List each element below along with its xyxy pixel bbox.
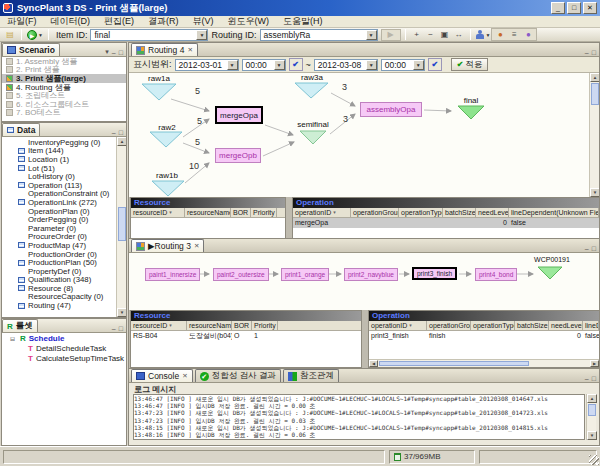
item-node-raw3a[interactable] <box>294 82 329 99</box>
ruleset-minimize-icon[interactable]: – <box>112 325 116 332</box>
node-label-wcp[interactable]: WCP00191 <box>531 256 573 263</box>
tree-item[interactable]: OrderPegging (0) <box>2 215 116 224</box>
menu-window[interactable]: 윈도우(W) <box>221 15 277 28</box>
scroll-thumb[interactable] <box>379 361 529 366</box>
tree-item[interactable]: ProductionPlan (50) <box>2 258 116 267</box>
tree-item[interactable]: OperationLink (272) <box>2 198 116 207</box>
tree-item[interactable]: Item (144) <box>2 147 116 156</box>
column-header[interactable]: needLevel <box>549 321 583 330</box>
operation-node-mergeOpb[interactable]: mergeOpb <box>215 148 261 163</box>
column-header[interactable]: operationType <box>471 321 515 330</box>
menu-help[interactable]: 도움말(H) <box>276 15 330 28</box>
routing4-minimize-icon[interactable]: – <box>585 49 589 56</box>
tab-routing3[interactable]: ▶Routing 3 ✕ <box>131 239 204 252</box>
scenario-menu-icon[interactable]: ▾ <box>105 48 109 56</box>
column-header[interactable]: Priority <box>252 321 278 330</box>
column-header[interactable]: operationType <box>399 208 443 217</box>
tree-item[interactable]: Routing (47) <box>2 301 116 310</box>
column-header[interactable]: resourceName <box>185 208 231 217</box>
scroll-down-icon[interactable]: ▼ <box>590 188 599 197</box>
console-close-icon[interactable]: ✕ <box>182 372 187 380</box>
data-minimize-icon[interactable]: – <box>112 129 116 136</box>
console-maximize-icon[interactable]: □ <box>592 375 596 382</box>
menu-result[interactable]: 결과(R) <box>141 15 186 28</box>
column-header[interactable]: BOR <box>232 321 252 330</box>
scroll-right-icon[interactable]: ▶ <box>590 360 599 367</box>
tree-item[interactable]: InventoryPegging (0) <box>2 138 116 147</box>
scroll-up-icon[interactable]: ▲ <box>590 73 599 82</box>
time-from-combo[interactable]: 00:00 ▼ <box>242 59 286 71</box>
column-header[interactable]: operationID▾ <box>293 208 351 217</box>
resource-group-button[interactable]: ▼ <box>475 29 492 41</box>
operation-node-paint1[interactable]: paint1_innersize <box>145 268 200 281</box>
scroll-down-icon[interactable]: ▼ <box>117 308 126 317</box>
scroll-down-icon[interactable]: ▼ <box>587 431 597 440</box>
item-node-final[interactable] <box>457 105 485 120</box>
heap-status[interactable]: 37/969MB <box>389 450 475 464</box>
column-header[interactable]: batchSize <box>515 321 549 330</box>
garbage-collect-icon[interactable] <box>394 453 401 461</box>
scenario-item[interactable]: 7. BO테스트 <box>2 109 126 118</box>
column-header[interactable]: resourceName <box>187 321 232 330</box>
operation-node-print3-selected[interactable]: print3_finish <box>412 267 457 280</box>
table-row[interactable]: RS-B04 도장설비(b04) O 1 <box>131 331 361 341</box>
tree-item[interactable]: ProcureOrder (0) <box>2 233 116 242</box>
tree-item[interactable]: Qualification (348) <box>2 276 116 285</box>
window-close-button[interactable]: ✕ <box>583 2 597 14</box>
column-header[interactable]: batchSize <box>443 208 476 217</box>
routing4-canvas[interactable]: raw1a raw2 raw1b raw3a mergeOpa mergeOpb… <box>129 73 599 197</box>
ruleset-maximize-icon[interactable]: □ <box>119 325 123 332</box>
tab-data[interactable]: Data <box>2 123 40 136</box>
column-header[interactable]: operationID▾ <box>369 321 427 330</box>
routing-id-combo[interactable]: assemblyRa ▼ <box>260 29 378 41</box>
date-to-combo[interactable]: 2012-03-08 ▼ <box>314 59 378 71</box>
scroll-thumb[interactable] <box>591 83 599 105</box>
zoom-actual-button[interactable]: ↔ <box>452 29 466 41</box>
operation-node-print1[interactable]: print1_orange <box>281 268 329 281</box>
operation-node-mergeOpa[interactable]: mergeOpa <box>215 106 263 124</box>
zoom-fit-button[interactable]: ▣ <box>438 29 452 41</box>
tree-item[interactable]: Parameter (0) <box>2 224 116 233</box>
column-header[interactable]: BOR <box>231 208 251 217</box>
menu-view[interactable]: 뷰(V) <box>186 15 221 28</box>
routing3-canvas[interactable]: paint1_innersize paint2_outersize print1… <box>129 253 599 310</box>
time-to-dropdown-icon[interactable]: ▼ <box>413 60 424 70</box>
tab-scenario[interactable]: Scenario <box>2 43 60 56</box>
operation-node-assemblyOpa[interactable]: assemblyOpa <box>360 102 422 117</box>
tree-item[interactable]: PropertyDef (0) <box>2 267 116 276</box>
new-document-button[interactable]: ▤ <box>3 29 17 41</box>
item-node-raw1b[interactable] <box>151 180 185 197</box>
toggle-node-view-button[interactable]: ● <box>493 29 507 41</box>
menu-file[interactable]: 파일(F) <box>0 15 44 28</box>
tree-item[interactable]: Lot (51) <box>2 164 116 173</box>
operation-node-print4[interactable]: print4_bond <box>475 268 517 281</box>
routing-id-dropdown-icon[interactable]: ▼ <box>366 30 377 40</box>
zoom-in-button[interactable]: + <box>410 29 424 41</box>
column-header[interactable]: Priority <box>251 208 277 217</box>
node-label-raw1a[interactable]: raw1a <box>139 74 179 83</box>
column-header[interactable]: operationGroup <box>351 208 399 217</box>
node-label-raw1b[interactable]: raw1b <box>147 171 187 180</box>
routing4-maximize-icon[interactable]: □ <box>592 49 596 56</box>
data-maximize-icon[interactable]: □ <box>119 129 123 136</box>
tree-item[interactable]: LotHistory (0) <box>2 172 116 181</box>
tree-item[interactable]: OperationPlan (0) <box>2 207 116 216</box>
node-label-final[interactable]: final <box>451 96 491 105</box>
node-label-semifinal[interactable]: semifinal <box>289 120 337 129</box>
menu-edit[interactable]: 편집(E) <box>97 15 141 28</box>
tree-item[interactable]: ResourceCapacity (0) <box>2 293 116 302</box>
item-id-dropdown-icon[interactable]: ▼ <box>196 30 207 40</box>
time-from-dropdown-icon[interactable]: ▼ <box>274 60 285 70</box>
tree-item[interactable]: Location (1) <box>2 155 116 164</box>
routing3-minimize-icon[interactable]: – <box>585 245 589 252</box>
scroll-up-icon[interactable]: ▲ <box>117 137 126 146</box>
tree-item[interactable]: OperationConstraint (0) <box>2 190 116 199</box>
node-label-raw3a[interactable]: raw3a <box>292 73 332 82</box>
expand-icon[interactable]: ⊟ <box>10 335 17 342</box>
routing4-canvas-scrollbar[interactable]: ▲ ▼ <box>589 73 599 197</box>
ruleset-task[interactable]: T DetailScheduleTask <box>2 343 126 353</box>
column-header[interactable]: resourceID▾ <box>131 321 187 330</box>
item-node-semifinal[interactable] <box>299 130 327 145</box>
operation-node-print2[interactable]: print2_navyblue <box>344 268 398 281</box>
routing4-close-icon[interactable]: ✕ <box>187 46 192 54</box>
